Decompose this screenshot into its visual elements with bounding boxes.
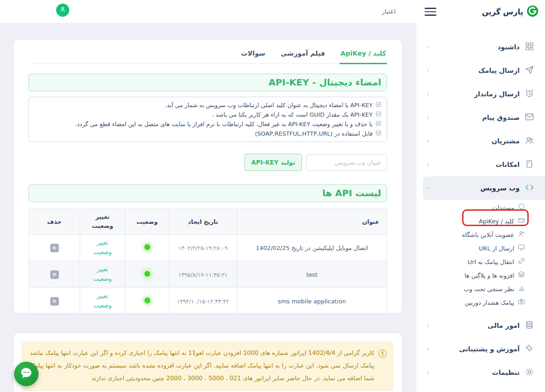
chevron-left-icon (425, 137, 430, 146)
submenu-item-apikey[interactable]: کلید / ApiKey (416, 214, 525, 228)
credit-menu-item[interactable]: اعتبار (382, 8, 396, 15)
sidebar-item-label: داشبود (497, 43, 520, 51)
cell-change-status: تغییر وضعیت (80, 235, 125, 261)
tab-apikey[interactable]: کلید / ApiKey (339, 50, 387, 64)
mail-icon (525, 112, 534, 123)
sidebar-item-finance[interactable]: امور مالی (416, 314, 545, 337)
note-line: با حذف و یا تغییر وضعیت API-KEY به غیر ف… (34, 119, 381, 129)
delete-button[interactable] (50, 244, 59, 252)
header-created-date: تاریخ ایجاد (169, 209, 237, 235)
checked-checkbox-icon (376, 100, 381, 110)
sidebar-item-label: امکانات (496, 161, 520, 168)
note-line: قابل استفاده در (SOAP,RESTFUL,HTTP,URL) (34, 129, 381, 138)
chevron-left-icon (425, 161, 430, 169)
cell-delete (29, 288, 80, 313)
sidebar-item-training-support[interactable]: آموزش و پشتیبانی (416, 337, 545, 361)
sidebar-item-label: ارسال پیامک (478, 67, 520, 74)
sidebar-item-inbox[interactable]: صندوق پیام (416, 106, 545, 129)
header-change-status: تغییر وضعیت (80, 209, 125, 235)
wordpress-icon (518, 271, 525, 280)
table-row: sms mobile application ۱۳۹۴/۱۰/۱۵-۱۲:۳۳:… (29, 288, 387, 313)
submenu-item-docs[interactable]: مستندات (416, 201, 525, 214)
header-status: وضعیت (125, 209, 169, 235)
delete-button[interactable] (50, 297, 59, 306)
chat-widget-button[interactable] (14, 362, 38, 386)
bar-chart-icon (518, 284, 525, 293)
cell-delete (29, 235, 80, 261)
webservice-submenu: مستندات کلید / ApiKey عضویت آنلاین باشگا… (416, 200, 545, 314)
warning-text: کاربر گرامی از 1402/4/4 اپراتور شماره ها… (29, 347, 374, 385)
exclamation-circle-icon (378, 349, 387, 358)
cell-title: test (237, 261, 387, 288)
submenu-item-web-survey[interactable]: نظر سنجی تحت وب (416, 282, 525, 296)
section-title-api-list: لیست API ها (29, 184, 387, 202)
sidebar-item-dashboard[interactable]: داشبود (416, 35, 545, 59)
chevron-left-icon (425, 113, 430, 122)
brand-name: پارس گرین (482, 8, 523, 16)
wallet-icon (518, 217, 525, 226)
submenu-item-forward-to-url[interactable]: انتقال پیامک به Url (416, 255, 525, 269)
submenu-item-label: افزونه ها و پلاگین ها (464, 272, 514, 279)
chevron-left-icon (425, 66, 430, 75)
features-doc-icon (525, 159, 534, 170)
note-text: با حذف و یا تغییر وضعیت API-KEY به غیر ف… (75, 119, 373, 129)
change-status-link[interactable]: تغییر وضعیت (91, 238, 115, 257)
chevron-left-icon (425, 43, 430, 52)
submenu-item-club-membership[interactable]: عضویت آنلاین باشگاه (416, 228, 525, 241)
ticket-icon (525, 344, 534, 355)
sidebar-item-label: صندوق پیام (482, 114, 520, 121)
sidebar-item-webservice[interactable]: وب سرویس (423, 176, 545, 200)
notice-card: کاربر گرامی از 1402/4/4 اپراتور شماره ها… (14, 333, 402, 392)
api-list-table: عنوان تاریخ ایجاد وضعیت تغییر وضعیت حذف … (29, 208, 387, 313)
webservice-title-input[interactable] (306, 154, 387, 171)
sidebar-item-customers[interactable]: مشتریان (416, 129, 545, 153)
chevron-up-icon (425, 184, 430, 193)
tab-training-video[interactable]: فیلم آموزشی (280, 50, 326, 64)
dashboard-grid-icon (525, 42, 534, 53)
tab-questions[interactable]: سوالات (240, 50, 266, 64)
apikey-card: کلید / ApiKey فیلم آموزشی سوالات امضاء د… (14, 40, 402, 313)
submenu-item-label: نظر سنجی تحت وب (464, 286, 514, 293)
table-row: اتصال موبایل اپلیکیشن در تاریخ 1402/02/2… (29, 235, 387, 261)
submenu-item-plugins[interactable]: افزونه ها و پلاگین ها (416, 269, 525, 282)
generate-apikey-row: تولید API-KEY (29, 154, 387, 171)
submenu-item-label: عضویت آنلاین باشگاه (462, 231, 514, 238)
sidebar-item-scheduled-send[interactable]: ارسال زماندار (416, 82, 545, 106)
camera-icon (518, 298, 525, 307)
sidebar: پارس گرین داشبود ارسال پیامک ارسال زماند… (416, 0, 545, 392)
submenu-item-label: انتقال پیامک به Url (468, 259, 514, 265)
sidebar-item-features[interactable]: امکانات (416, 153, 545, 176)
apikey-notes-box: API-KEY یا امضاء دیجیتال به عنوان کلید ا… (29, 97, 387, 142)
change-status-link[interactable]: تغییر وضعیت (91, 292, 115, 311)
cell-created-date: ۱۳۹۵/۸/۱۷-۱۱:۳۵:۲۱ (169, 261, 237, 288)
chevron-left-icon (425, 345, 430, 354)
alarm-clock-icon (525, 89, 534, 100)
menu-toggle-button[interactable] (425, 8, 436, 16)
sidebar-item-label: ارسال زماندار (474, 90, 520, 98)
person-icon (59, 6, 66, 14)
submenu-item-label: پیامک هشدار دوربین (465, 299, 514, 306)
sidebar-item-settings[interactable]: تنظیمات (416, 361, 545, 384)
submenu-item-camera-alert-sms[interactable]: پیامک هشدار دوربین (416, 296, 525, 309)
delete-button[interactable] (50, 270, 59, 279)
submenu-item-send-from-url[interactable]: ارسال از URL (416, 241, 525, 255)
sidebar-item-label: مشتریان (492, 137, 520, 145)
chat-bubble-icon (19, 366, 33, 382)
generate-apikey-button[interactable]: تولید API-KEY (244, 154, 302, 171)
checked-checkbox-icon (376, 110, 381, 119)
people-icon (525, 136, 534, 147)
note-line: API-KEY یک مقدار GUID است که به ازاء هر … (34, 110, 381, 119)
chevron-left-icon (425, 90, 430, 99)
brand-logo[interactable]: پارس گرین (482, 5, 539, 19)
cell-title: sms mobile application (237, 288, 387, 313)
sidebar-item-label: تنظیمات (492, 369, 520, 376)
gear-icon (525, 367, 534, 378)
change-status-link[interactable]: تغییر وضعیت (91, 265, 115, 284)
sidebar-item-label: امور مالی (488, 322, 520, 329)
note-text: API-KEY یک مقدار GUID است که به ازاء هر … (212, 110, 373, 119)
sidebar-item-send-sms[interactable]: ارسال پیامک (416, 59, 545, 82)
header-title: عنوان (237, 209, 387, 235)
cell-change-status: تغییر وضعیت (80, 288, 125, 313)
cell-status (125, 261, 169, 288)
user-avatar[interactable] (56, 4, 69, 17)
